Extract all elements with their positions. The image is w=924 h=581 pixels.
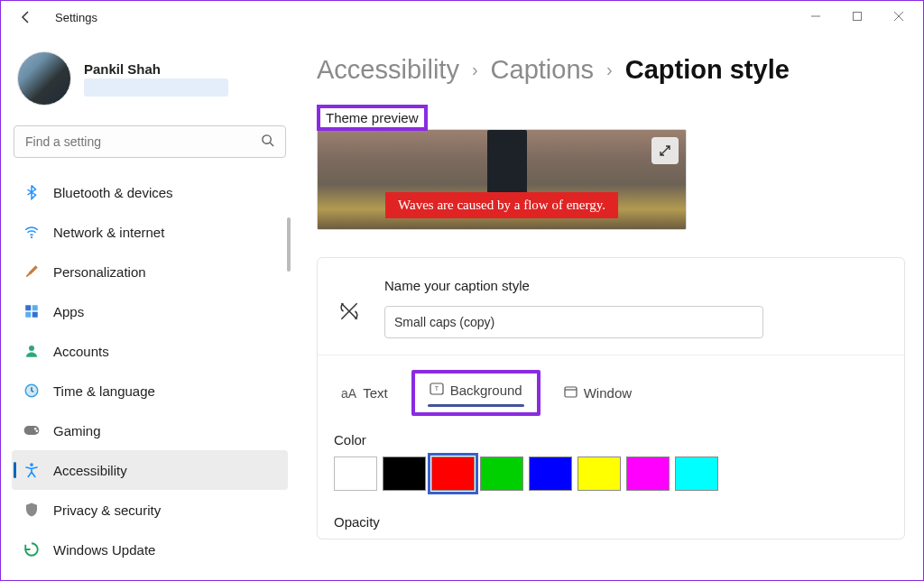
svg-rect-1: [854, 13, 862, 21]
breadcrumb-item[interactable]: Captions: [491, 55, 594, 85]
apps-icon: [23, 302, 41, 320]
sidebar-item-label: Privacy & security: [53, 503, 161, 518]
close-button[interactable]: [878, 3, 919, 30]
sidebar-item-clock[interactable]: Time & language: [12, 371, 288, 410]
color-swatch[interactable]: [529, 456, 572, 491]
sidebar-item-label: Accessibility: [53, 463, 127, 478]
sidebar-item-label: Personalization: [53, 264, 146, 280]
svg-rect-6: [32, 305, 38, 310]
sidebar-item-label: Apps: [53, 304, 84, 319]
caption-sample: Waves are caused by a flow of energy.: [385, 192, 618, 218]
tab-text[interactable]: aA Text: [334, 380, 395, 406]
profile-name: Pankil Shah: [84, 61, 228, 77]
caption-style-name-input[interactable]: [384, 306, 763, 338]
theme-preview-label: Theme preview: [317, 105, 428, 131]
breadcrumb-current: Caption style: [625, 55, 790, 85]
sidebar-item-apps[interactable]: Apps: [12, 291, 288, 331]
sidebar-item-wifi[interactable]: Network & internet: [12, 212, 288, 252]
sidebar-item-update[interactable]: Windows Update: [12, 530, 288, 569]
maximize-button[interactable]: [836, 3, 878, 30]
color-swatch-row: [318, 456, 904, 491]
sidebar-item-person[interactable]: Accounts: [12, 331, 288, 371]
content-area: Accessibility › Captions › Caption style…: [299, 33, 923, 580]
svg-rect-17: [565, 387, 577, 397]
minimize-button[interactable]: [795, 3, 836, 30]
color-swatch[interactable]: [334, 456, 377, 491]
profile-email: [84, 78, 228, 97]
color-swatch[interactable]: [383, 456, 426, 491]
profile-block[interactable]: Pankil Shah: [10, 41, 290, 122]
brush-icon: [23, 263, 41, 281]
svg-point-13: [36, 430, 39, 433]
sidebar-item-bluetooth[interactable]: Bluetooth & devices: [12, 172, 288, 212]
color-label: Color: [318, 421, 904, 456]
background-icon: T: [430, 383, 444, 398]
theme-preview: Waves are caused by a flow of energy.: [317, 129, 687, 230]
sidebar-item-label: Time & language: [53, 383, 155, 399]
gamepad-icon: [23, 421, 41, 439]
nav-list: Bluetooth & devicesNetwork & internetPer…: [10, 172, 290, 569]
color-swatch[interactable]: [480, 456, 523, 491]
sidebar-item-shield[interactable]: Privacy & security: [12, 490, 288, 530]
search-icon: [261, 134, 274, 151]
svg-rect-5: [25, 305, 31, 310]
tab-label: Text: [363, 385, 388, 401]
svg-point-14: [30, 463, 33, 466]
svg-point-4: [31, 236, 32, 238]
sidebar-item-label: Network & internet: [53, 225, 164, 240]
color-swatch[interactable]: [431, 456, 475, 491]
svg-line-3: [270, 143, 273, 146]
svg-text:T: T: [435, 385, 439, 392]
person-icon: [23, 342, 41, 360]
tab-label: Background: [450, 383, 522, 398]
style-tabs: aA Text T Background Window: [318, 355, 904, 421]
breadcrumb: Accessibility › Captions › Caption style: [317, 55, 905, 85]
tab-background[interactable]: T Background: [422, 377, 530, 403]
style-editor-card: Name your caption style aA Text T Backgr…: [317, 257, 905, 540]
accessibility-icon: [23, 461, 41, 479]
wifi-icon: [23, 223, 41, 241]
clock-icon: [23, 382, 41, 400]
color-swatch[interactable]: [578, 456, 621, 491]
sidebar-item-brush[interactable]: Personalization: [12, 252, 288, 291]
opacity-label: Opacity: [318, 491, 904, 539]
color-swatch[interactable]: [626, 456, 670, 491]
window-title: Settings: [55, 11, 97, 24]
chevron-right-icon: ›: [606, 60, 613, 80]
chevron-right-icon: ›: [472, 60, 478, 80]
svg-point-9: [29, 346, 34, 351]
expand-preview-button[interactable]: [651, 137, 679, 164]
sidebar-item-accessibility[interactable]: Accessibility: [12, 450, 288, 490]
window-icon: [564, 386, 578, 401]
bluetooth-icon: [23, 183, 41, 201]
color-swatch[interactable]: [675, 456, 718, 491]
avatar: [17, 51, 71, 106]
breadcrumb-item[interactable]: Accessibility: [317, 55, 459, 85]
sidebar-item-label: Accounts: [53, 344, 109, 359]
sidebar-item-label: Bluetooth & devices: [53, 185, 173, 200]
sidebar-item-gamepad[interactable]: Gaming: [12, 410, 288, 450]
sidebar-item-label: Gaming: [53, 423, 101, 438]
svg-rect-7: [25, 312, 31, 318]
tab-label: Window: [584, 385, 632, 401]
style-icon: [337, 300, 361, 338]
sidebar: Pankil Shah Bluetooth & devicesNetwork &…: [1, 33, 299, 580]
sidebar-item-label: Windows Update: [53, 542, 155, 558]
text-icon: aA: [341, 386, 356, 401]
svg-point-12: [34, 428, 37, 430]
update-icon: [23, 540, 41, 558]
back-button[interactable]: [15, 6, 37, 28]
search-box[interactable]: [14, 125, 286, 158]
svg-point-2: [263, 134, 271, 143]
search-input[interactable]: [25, 134, 261, 149]
tab-window[interactable]: Window: [557, 380, 639, 406]
svg-rect-8: [32, 312, 38, 318]
shield-icon: [23, 501, 41, 519]
name-label: Name your caption style: [384, 278, 884, 293]
